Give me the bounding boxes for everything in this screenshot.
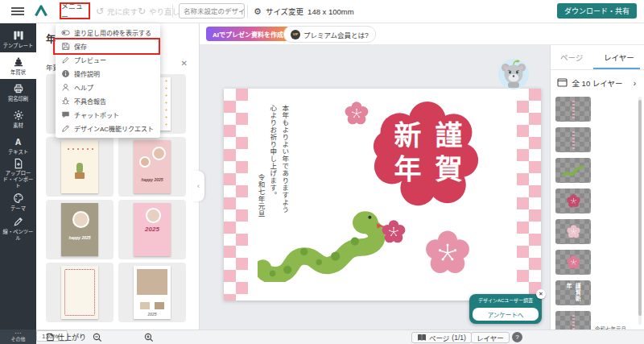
preview-pencil-icon: [61, 56, 70, 64]
chat-bubble-icon: [61, 110, 70, 119]
undo-icon: ↺: [96, 6, 104, 16]
close-icon[interactable]: ✕: [536, 289, 546, 299]
bug-icon: [61, 97, 70, 106]
chevron-right-icon: ›: [634, 79, 636, 88]
layer-thumbnail-greeting[interactable]: 謹賀新年: [555, 280, 591, 305]
menu-button[interactable]: メニュー: [60, 2, 90, 19]
layer-list: 謹賀新年 令和七年元旦: [551, 97, 638, 329]
secondary-toolbar: AIでプレゼン資料を作成 VIP プレミアム会員とは?: [200, 23, 644, 45]
sidebar-item-more[interactable]: ⋯ その他: [0, 329, 36, 344]
design-editor-app: メニュー ↺ 元に戻す ↻ やり直し 名称未設定のデザイン ⚙ サイズ変更 14…: [0, 0, 644, 344]
left-sidebar: テンプレート 年賀状 宛名印刷 素材 A テキスト: [0, 23, 36, 344]
template-thumbnail[interactable]: [46, 137, 114, 197]
sidebar-item-address-print[interactable]: 宛名印刷: [0, 79, 36, 106]
plum-blossom-large[interactable]: [425, 230, 470, 276]
pen-icon: [61, 124, 70, 133]
template-thumbnail[interactable]: happy 2025: [118, 137, 186, 197]
vip-badge-icon: VIP: [291, 30, 300, 39]
zoom-out-button[interactable]: [93, 330, 102, 344]
layer-thumbnail-text[interactable]: [555, 97, 591, 122]
divider: [172, 5, 173, 18]
nengajo-card-artboard[interactable]: 謹賀新年 本年もよりよい年でありますよう 心よりお祈り申し上げます。 令和七年元…: [224, 89, 541, 300]
layer-scrollbar[interactable]: [638, 97, 642, 325]
active-tab-underline: [593, 68, 640, 70]
text-a-icon: A: [12, 136, 24, 148]
layers-count-row[interactable]: 全 10 レイヤー ›: [551, 74, 644, 92]
hamburger-menu-icon[interactable]: [11, 7, 24, 15]
layer-row: [555, 189, 638, 213]
menu-item-bleed-frame[interactable]: 塗り足し用の枠を表示する: [56, 26, 160, 39]
canvas-area[interactable]: ‹ 謹賀新年 本年もよりよい年でありますよう 心よりお祈り申し上げます。 令和七…: [200, 45, 550, 329]
menu-button-label: メニュー: [61, 1, 89, 22]
menu-item-feature-request[interactable]: デザインAC機能リクエスト: [56, 122, 160, 135]
plum-blossom-crimson[interactable]: [382, 220, 406, 244]
snake-illustration[interactable]: [258, 201, 385, 282]
right-panel-tabs: ページ レイヤー: [551, 45, 644, 70]
template-thumbnail[interactable]: [46, 263, 114, 322]
template-thumbnail[interactable]: happy 2025: [46, 200, 114, 259]
pages-button[interactable]: ページ (1/1): [411, 332, 472, 343]
resize-label: サイズ変更: [266, 6, 303, 17]
mascot-character[interactable]: [497, 58, 530, 90]
save-floppy-icon: [61, 42, 70, 51]
layers-button[interactable]: レイヤー: [471, 332, 510, 343]
checker-border-right: [517, 89, 541, 300]
toggle-icon: [61, 28, 70, 37]
redo-icon: ↻: [138, 6, 146, 16]
help-button[interactable]: ?: [512, 332, 522, 342]
premium-info-button[interactable]: VIP プレミアム会員とは?: [283, 26, 376, 43]
resize-control[interactable]: ⚙ サイズ変更 148 x 100mm: [254, 0, 354, 23]
menu-item-save[interactable]: 保存: [56, 39, 160, 53]
divider: [247, 5, 248, 18]
bottom-bar: 仕上がり 130% ▾ ページ (1/1) レイヤー ?: [36, 329, 644, 344]
panel-collapse-toggle[interactable]: ‹: [192, 171, 204, 201]
sidebar-item-templates[interactable]: テンプレート: [0, 26, 36, 52]
survey-button[interactable]: アンケートへ: [473, 308, 539, 321]
template-thumbnail[interactable]: 2025: [118, 263, 186, 322]
menu-item-preview[interactable]: プレビュー: [56, 53, 160, 67]
survey-popup: デザインACユーザー調査 アンケートへ ✕: [469, 294, 542, 324]
download-share-button[interactable]: ダウンロード・共有: [557, 3, 637, 19]
sidebar-item-text[interactable]: A テキスト: [0, 132, 36, 159]
menu-item-instructions[interactable]: 操作説明: [56, 67, 160, 81]
menu-item-help[interactable]: ヘルプ: [56, 81, 160, 94]
template-thumbnail[interactable]: 2025: [118, 200, 186, 259]
sidebar-item-materials[interactable]: 素材: [0, 106, 36, 132]
layer-thumbnail-blossom[interactable]: [555, 189, 591, 213]
layer-row: [555, 158, 638, 183]
finish-view-toggle[interactable]: 仕上がり: [46, 330, 86, 344]
zoom-in-button[interactable]: [144, 330, 154, 344]
layer-thumbnail-text[interactable]: [555, 127, 591, 152]
design-name-input[interactable]: 名称未設定のデザイン: [179, 3, 245, 19]
greeting-cloud-shape[interactable]: 謹賀新年: [372, 100, 480, 211]
tab-layers[interactable]: レイヤー: [604, 45, 634, 69]
menu-item-bug-report[interactable]: 不具合報告: [56, 94, 160, 108]
tab-pages[interactable]: ページ: [560, 45, 583, 69]
info-icon: [61, 69, 70, 78]
undo-button[interactable]: ↺ 元に戻す: [96, 0, 138, 23]
ai-presentation-button[interactable]: AIでプレゼン資料を作成: [206, 27, 290, 41]
checker-border-left: [224, 89, 248, 300]
layer-thumbnail-blossom[interactable]: [555, 219, 591, 244]
layer-thumbnail-text[interactable]: [555, 311, 591, 329]
palette-icon: [12, 193, 24, 205]
printer-icon: [12, 83, 24, 95]
sidebar-item-nengajo[interactable]: 年賀状: [0, 52, 36, 79]
layer-row: [555, 219, 638, 244]
person-icon: [61, 83, 70, 92]
size-value: 148 x 100mm: [308, 7, 354, 16]
right-panel: ページ レイヤー 全 10 レイヤー ›: [550, 45, 644, 329]
plum-blossom-small[interactable]: [345, 102, 369, 126]
layer-thumbnail-blossom[interactable]: [555, 250, 591, 275]
layer-thumbnail-snake[interactable]: [555, 158, 591, 183]
redo-button[interactable]: ↻ やり直し: [138, 0, 180, 23]
sidebar-item-upload-import[interactable]: アップロード・インポート: [0, 159, 36, 189]
kagamimochi-icon: [12, 56, 24, 68]
sidebar-item-theme[interactable]: テーマ: [0, 189, 36, 215]
close-icon[interactable]: ✕: [181, 59, 188, 68]
file-plus-icon: [12, 158, 24, 169]
menu-item-chatbot[interactable]: チャットボット: [56, 108, 160, 122]
app-logo-icon[interactable]: [34, 4, 48, 22]
sidebar-item-pen-tools[interactable]: 線・ペンツール: [0, 215, 36, 242]
chevron-left-icon: ‹: [197, 182, 200, 190]
